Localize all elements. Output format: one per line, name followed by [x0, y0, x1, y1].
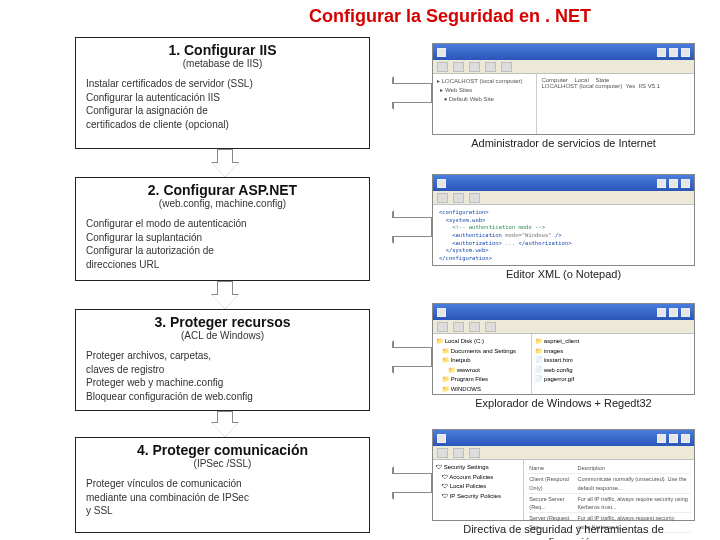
step-4-body: Proteger vínculos de comunicación median…	[76, 473, 369, 526]
step-2-header: 2. Configurar ASP.NET	[76, 178, 369, 198]
down-arrow-icon	[212, 149, 238, 177]
step-2-line: Configurar la suplantación	[86, 231, 359, 245]
caption-4: Directiva de seguridad y herramientas de…	[432, 523, 695, 540]
step-1-header: 1. Configurar IIS	[76, 38, 369, 58]
caption-2: Editor XML (o Notepad)	[432, 268, 695, 280]
iis-manager-screenshot: ▸ LOCALHOST (local computer) ▸ Web Sites…	[432, 43, 695, 135]
down-arrow-icon	[212, 411, 238, 437]
step-4-line: Proteger vínculos de comunicación	[86, 477, 359, 491]
step-1-line: Instalar certificados de servidor (SSL)	[86, 77, 359, 91]
step-2-sub: (web.config, machine.config)	[76, 198, 369, 213]
step-3-line: Proteger web y machine.config	[86, 376, 359, 390]
xml-editor-screenshot: <configuration> <system.web> <!-- authen…	[432, 174, 695, 266]
left-arrow-icon	[374, 341, 432, 373]
step-3-box: 3. Proteger recursos (ACL de Windows) Pr…	[75, 309, 370, 411]
step-3-body: Proteger archivos, carpetas, claves de r…	[76, 345, 369, 411]
step-1-line: Configurar la autenticación IIS	[86, 91, 359, 105]
step-4-box: 4. Proteger comunicación (IPSec /SSL) Pr…	[75, 437, 370, 533]
step-2-line: direcciones URL	[86, 258, 359, 272]
left-arrow-icon	[374, 211, 432, 243]
down-arrow-icon	[212, 281, 238, 309]
step-1-line: certificados de cliente (opcional)	[86, 118, 359, 132]
step-3-line: Bloquear configuración de web.config	[86, 390, 359, 404]
diagram-canvas: 1. Configurar IIS (metabase de IIS) Inst…	[0, 29, 720, 540]
step-4-sub: (IPSec /SSL)	[76, 458, 369, 473]
step-2-box: 2. Configurar ASP.NET (web.config, machi…	[75, 177, 370, 281]
security-policy-screenshot: Security Settings Account Policies Local…	[432, 429, 695, 521]
step-1-box: 1. Configurar IIS (metabase de IIS) Inst…	[75, 37, 370, 149]
step-2-line: Configurar el modo de autenticación	[86, 217, 359, 231]
step-3-sub: (ACL de Windows)	[76, 330, 369, 345]
step-2-line: Configurar la autorización de	[86, 244, 359, 258]
step-2-body: Configurar el modo de autenticación Conf…	[76, 213, 369, 279]
step-3-header: 3. Proteger recursos	[76, 310, 369, 330]
step-3-line: claves de registro	[86, 363, 359, 377]
page-title: Configurar la Seguridad en . NET	[180, 0, 720, 29]
step-4-line: y SSL	[86, 504, 359, 518]
caption-1: Administrador de servicios de Internet	[432, 137, 695, 149]
windows-explorer-screenshot: Local Disk (C:) Documents and Settings I…	[432, 303, 695, 395]
step-1-sub: (metabase de IIS)	[76, 58, 369, 73]
step-3-line: Proteger archivos, carpetas,	[86, 349, 359, 363]
step-1-body: Instalar certificados de servidor (SSL) …	[76, 73, 369, 139]
caption-3: Explorador de Windows + Regedt32	[432, 397, 695, 409]
step-4-line: mediante una combinación de IPSec	[86, 491, 359, 505]
step-4-header: 4. Proteger comunicación	[76, 438, 369, 458]
step-1-line: Configurar la asignación de	[86, 104, 359, 118]
left-arrow-icon	[374, 77, 432, 109]
left-arrow-icon	[374, 467, 432, 499]
